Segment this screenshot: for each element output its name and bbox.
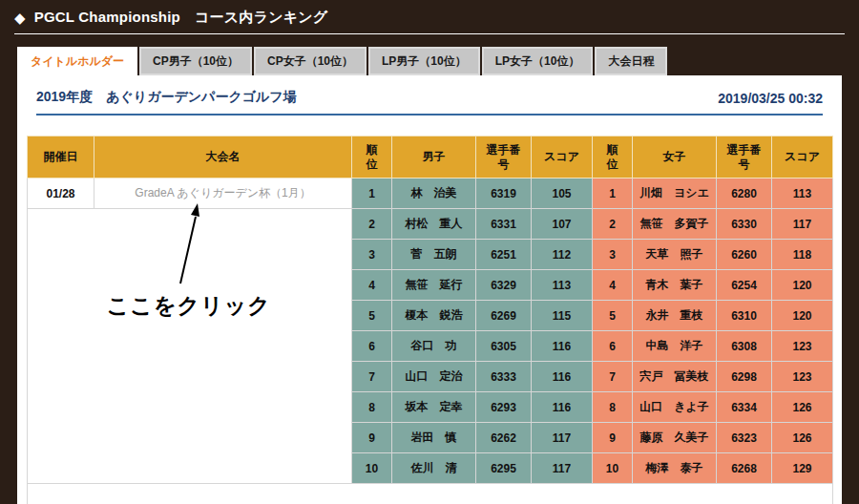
- women-score-cell: 123: [772, 362, 833, 392]
- header-divider: [14, 33, 845, 34]
- tab-cp-men[interactable]: CP男子（10位）: [139, 47, 252, 75]
- col-header-men: 男子: [392, 136, 476, 178]
- tab-schedule[interactable]: 大会日程: [595, 47, 667, 75]
- table-row: 2村松 重人63311072無笹 多賀子6330117: [28, 209, 833, 240]
- col-header-rank-men: 順 位: [352, 136, 392, 178]
- women-number-cell: 6280: [717, 178, 772, 209]
- men-rank-cell: 3: [352, 240, 392, 270]
- women-score-cell: 120: [772, 301, 833, 331]
- men-number-cell: 6293: [476, 392, 532, 423]
- tab-lp-women[interactable]: LP女子（10位）: [482, 47, 594, 75]
- women-number-cell: 6260: [717, 240, 772, 270]
- men-rank-cell: 5: [352, 301, 392, 331]
- men-score-cell: 105: [532, 178, 593, 209]
- men-name-cell: 榎本 鋭浩: [392, 301, 476, 331]
- women-rank-cell: 2: [593, 209, 633, 240]
- men-score-cell: 115: [532, 301, 593, 331]
- women-name-cell: 宍戸 冨美枝: [633, 362, 717, 392]
- date-cell: 01/28: [28, 178, 94, 209]
- women-name-cell: 中島 洋子: [633, 331, 717, 362]
- women-score-cell: 113: [772, 178, 833, 209]
- women-rank-cell: 10: [593, 453, 633, 484]
- women-score-cell: 126: [772, 423, 833, 453]
- men-rank-cell: 1: [352, 178, 392, 209]
- women-score-cell: 126: [772, 392, 833, 423]
- women-score-cell: 123: [772, 331, 833, 362]
- tab-lp-men[interactable]: LP男子（10位）: [368, 47, 480, 75]
- women-name-cell: 梅澤 泰子: [633, 453, 717, 484]
- men-number-cell: 6331: [476, 209, 532, 240]
- col-header-rank-women: 順 位: [593, 136, 633, 178]
- men-score-cell: 116: [532, 331, 593, 362]
- tournament-link[interactable]: GradeA あぐりガーデン杯（1月）: [135, 186, 310, 200]
- tab-title-holder[interactable]: タイトルホルダー: [17, 47, 137, 75]
- men-name-cell: 無笹 延行: [392, 270, 476, 301]
- men-name-cell: 林 治美: [392, 178, 476, 209]
- women-rank-cell: 9: [593, 423, 633, 453]
- men-score-cell: 112: [532, 240, 593, 270]
- men-rank-cell: 8: [352, 392, 392, 423]
- women-rank-cell: 1: [593, 178, 633, 209]
- men-number-cell: 6262: [476, 423, 532, 453]
- col-header-playerno-women: 選手番 号: [717, 136, 772, 178]
- women-rank-cell: 8: [593, 392, 633, 423]
- men-number-cell: 6319: [476, 178, 532, 209]
- men-name-cell: 山口 定治: [392, 362, 476, 392]
- men-number-cell: 6295: [476, 453, 532, 484]
- women-number-cell: 6334: [717, 392, 772, 423]
- tab-cp-women[interactable]: CP女子（10位）: [254, 47, 367, 75]
- men-number-cell: 6305: [476, 331, 532, 362]
- women-score-cell: 120: [772, 270, 833, 301]
- app-header: ◆ PGCL Championship コース内ランキング: [0, 0, 859, 34]
- content-panel: 2019年度 あぐりガーデンパークゴルフ場 2019/03/25 00:32 開…: [17, 75, 842, 504]
- page: { "header": { "icon": "◆", "title": "PGC…: [0, 0, 859, 504]
- women-number-cell: 6268: [717, 453, 772, 484]
- group-separator: [28, 484, 833, 504]
- col-header-score-women: スコア: [772, 136, 833, 178]
- women-number-cell: 6330: [717, 209, 772, 240]
- men-rank-cell: 7: [352, 362, 392, 392]
- panel-divider: [36, 114, 823, 116]
- women-number-cell: 6254: [717, 270, 772, 301]
- col-header-tournament: 大会名: [94, 136, 352, 178]
- men-name-cell: 坂本 定幸: [392, 392, 476, 423]
- women-name-cell: 川畑 ヨシエ: [633, 178, 717, 209]
- men-rank-cell: 2: [352, 209, 392, 240]
- table-body: 01/28GradeA あぐりガーデン杯（1月）1林 治美63191051川畑 …: [28, 178, 833, 504]
- women-rank-cell: 7: [593, 362, 633, 392]
- women-name-cell: 山口 きよ子: [633, 392, 717, 423]
- men-score-cell: 117: [532, 453, 593, 484]
- men-number-cell: 6333: [476, 362, 532, 392]
- women-score-cell: 129: [772, 453, 833, 484]
- timestamp: 2019/03/25 00:32: [718, 91, 823, 106]
- women-name-cell: 天草 照子: [633, 240, 717, 270]
- women-name-cell: 青木 葉子: [633, 270, 717, 301]
- diamond-icon: ◆: [14, 10, 26, 27]
- women-number-cell: 6308: [717, 331, 772, 362]
- click-here-annotation: ここをクリック: [107, 291, 271, 321]
- season-title: 2019年度 あぐりガーデンパークゴルフ場: [36, 89, 297, 106]
- men-rank-cell: 6: [352, 331, 392, 362]
- men-score-cell: 116: [532, 362, 593, 392]
- men-rank-cell: 9: [352, 423, 392, 453]
- date-spacer-cell: [28, 209, 352, 484]
- women-name-cell: 藤原 久美子: [633, 423, 717, 453]
- men-name-cell: 佐川 清: [392, 453, 476, 484]
- men-rank-cell: 4: [352, 270, 392, 301]
- men-name-cell: 村松 重人: [392, 209, 476, 240]
- table-header-row: 開催日 大会名 順 位 男子 選手番 号 スコア 順 位 女子 選手番 号 スコ…: [28, 136, 833, 178]
- men-score-cell: 116: [532, 392, 593, 423]
- table-row: 01/28GradeA あぐりガーデン杯（1月）1林 治美63191051川畑 …: [28, 178, 833, 209]
- men-score-cell: 113: [532, 270, 593, 301]
- women-name-cell: 無笹 多賀子: [633, 209, 717, 240]
- women-name-cell: 永井 重枝: [633, 301, 717, 331]
- men-number-cell: 6269: [476, 301, 532, 331]
- men-score-cell: 107: [532, 209, 593, 240]
- tournament-cell: GradeA あぐりガーデン杯（1月）: [94, 178, 352, 209]
- women-rank-cell: 3: [593, 240, 633, 270]
- men-score-cell: 117: [532, 423, 593, 453]
- men-name-cell: 谷口 功: [392, 331, 476, 362]
- women-number-cell: 6298: [717, 362, 772, 392]
- tab-bar: タイトルホルダー CP男子（10位） CP女子（10位） LP男子（10位） L…: [17, 47, 859, 75]
- women-rank-cell: 5: [593, 301, 633, 331]
